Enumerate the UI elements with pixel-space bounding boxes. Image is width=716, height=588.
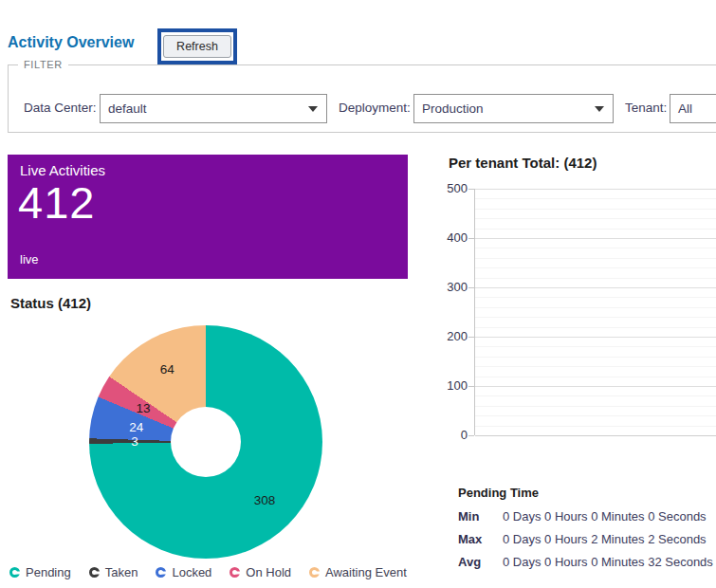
legend-marker-icon [309, 567, 320, 578]
gridline [475, 337, 716, 338]
y-tick-label: 300 [422, 280, 468, 294]
refresh-button[interactable]: Refresh [163, 35, 231, 58]
donut-hole [171, 407, 241, 477]
live-activities-card: Live Activities 412 live [8, 155, 408, 279]
deployment-label: Deployment: [339, 101, 411, 115]
y-tick-label: 100 [422, 378, 468, 393]
chevron-down-icon [308, 106, 318, 112]
deployment-select[interactable]: Production [413, 94, 614, 123]
per-tenant-chart-plot [474, 189, 716, 435]
pending-time-row-value: 0 Days 0 Hours 0 Minutes 32 Seconds [503, 555, 713, 569]
live-card-value: 412 [18, 177, 95, 229]
tenant-value: All [678, 101, 692, 116]
legend-marker-icon [229, 567, 240, 578]
legend-item-taken[interactable]: Taken [89, 565, 138, 579]
donut-slice-label: 64 [160, 362, 174, 377]
pending-time-title: Pending Time [458, 486, 539, 500]
pending-time-row-label: Max [458, 532, 498, 546]
legend-item-label: Taken [105, 565, 138, 579]
donut-slice-label: 24 [129, 420, 143, 434]
deployment-value: Production [422, 101, 484, 116]
live-card-title: Live Activities [20, 162, 105, 178]
per-tenant-chart-title: Per tenant Total: (412) [449, 155, 597, 171]
activity-overview-page: Activity Overview Refresh FILTER Data Ce… [0, 0, 716, 588]
y-tick-mark [468, 435, 474, 436]
gridline [475, 386, 716, 387]
legend-item-awaiting-event[interactable]: Awaiting Event [309, 565, 407, 579]
y-tick-label: 200 [422, 329, 468, 343]
y-tick-label: 0 [422, 428, 468, 442]
status-chart-legend: PendingTakenLockedOn HoldAwaiting Event [9, 565, 407, 579]
tenant-select[interactable]: All [670, 94, 716, 123]
live-card-caption: live [20, 252, 39, 266]
tenant-label: Tenant: [625, 101, 667, 115]
pending-time-row-label: Avg [458, 555, 498, 569]
pending-time-row-label: Min [458, 509, 498, 524]
pending-time-row-value: 0 Days 0 Hours 2 Minutes 2 Seconds [503, 532, 707, 546]
y-tick-label: 500 [422, 181, 468, 195]
legend-marker-icon [156, 567, 166, 578]
data-center-value: default [108, 101, 147, 116]
legend-marker-icon [9, 567, 20, 578]
data-center-label: Data Center: [24, 101, 97, 115]
y-tick-label: 400 [422, 230, 468, 245]
legend-item-label: Awaiting Event [325, 565, 407, 579]
filter-panel-legend: FILTER [18, 59, 68, 70]
gridline [475, 287, 716, 288]
gridline [475, 189, 716, 190]
pending-time-row-value: 0 Days 0 Hours 0 Minutes 0 Seconds [503, 509, 707, 524]
status-donut-chart[interactable]: 3083241364 [89, 325, 322, 559]
legend-item-label: Pending [26, 565, 71, 579]
status-chart-title: Status (412) [10, 295, 91, 311]
gridline [475, 238, 716, 239]
gridline [475, 435, 716, 436]
page-title: Activity Overview [8, 34, 134, 51]
legend-item-label: On Hold [246, 565, 291, 579]
data-center-select[interactable]: default [100, 94, 327, 123]
legend-marker-icon [89, 567, 100, 578]
donut-slice-label: 308 [254, 493, 276, 507]
legend-item-pending[interactable]: Pending [9, 565, 71, 579]
legend-item-on-hold[interactable]: On Hold [229, 565, 291, 579]
chevron-down-icon [595, 106, 604, 112]
donut-slice-label: 13 [137, 401, 151, 415]
legend-item-label: Locked [172, 565, 211, 579]
donut-slice-label: 3 [131, 434, 138, 449]
legend-item-locked[interactable]: Locked [156, 565, 211, 579]
